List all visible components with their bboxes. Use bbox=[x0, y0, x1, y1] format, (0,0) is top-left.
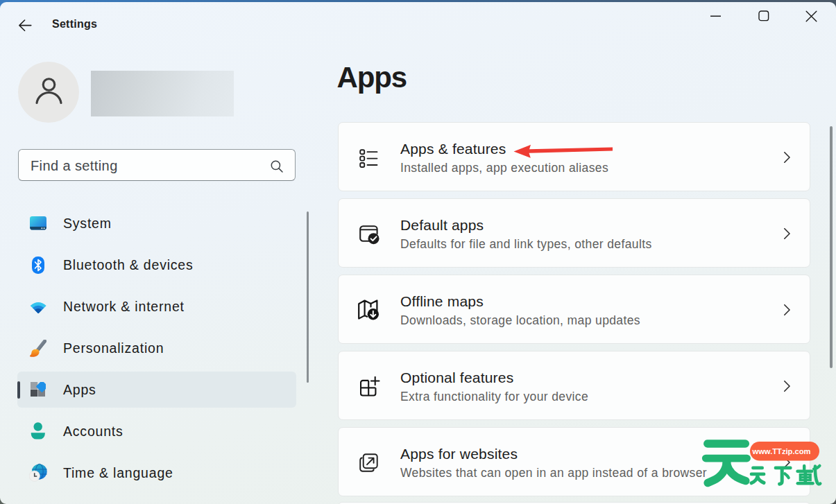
svg-text:www.TTzip.com: www.TTzip.com bbox=[751, 447, 810, 455]
